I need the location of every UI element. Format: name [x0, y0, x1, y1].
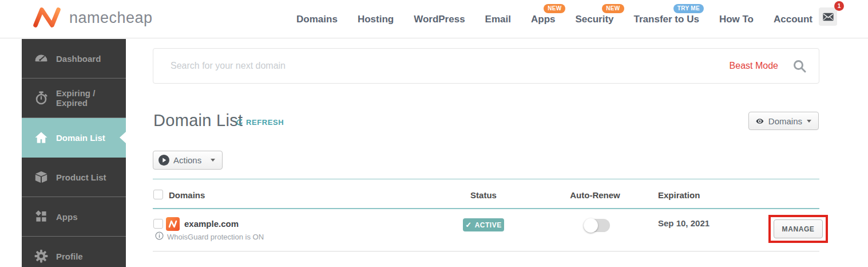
check-icon	[465, 221, 471, 229]
expiration-date: Sep 10, 2021	[658, 218, 710, 228]
messages-count-badge: 1	[834, 1, 844, 11]
sidebar-item-expiring-expired[interactable]: Expiring / Expired	[22, 78, 126, 118]
page-title: Domain List	[153, 111, 243, 130]
play-circle-icon	[158, 155, 169, 166]
sidebar-item-label: Expiring / Expired	[56, 88, 126, 108]
sidebar-item-profile[interactable]: Profile	[22, 237, 126, 267]
gauge-icon	[34, 51, 49, 66]
manage-highlight-annotation: MANAGE	[768, 215, 828, 243]
chevron-down-icon	[211, 159, 215, 162]
namecheap-n-icon	[31, 7, 62, 29]
sidebar-item-label: Profile	[56, 252, 83, 261]
namecheap-favicon-icon	[166, 217, 180, 231]
search-icon[interactable]	[793, 60, 806, 73]
actions-dropdown[interactable]: Actions	[153, 151, 223, 170]
sidebar-item-label: Apps	[56, 212, 78, 222]
chevron-down-icon	[807, 120, 811, 123]
top-navigation: Domains Hosting WordPress Email AppsNEW …	[296, 0, 812, 38]
try-me-badge: TRY ME	[673, 4, 704, 13]
select-all-checkbox[interactable]	[153, 190, 163, 199]
view-filter-dropdown[interactable]: Domains	[748, 112, 819, 130]
info-icon	[155, 231, 164, 240]
column-header-status: Status	[446, 190, 521, 200]
whoisguard-note: WhoisGuard protection is ON	[167, 233, 264, 241]
brand-name: namecheap	[69, 9, 153, 27]
table-top-divider	[153, 179, 819, 179]
active-item-notch	[120, 132, 126, 143]
nav-hosting[interactable]: Hosting	[358, 14, 394, 25]
new-badge: NEW	[602, 4, 624, 13]
envelope-icon	[823, 13, 834, 21]
domain-search-input[interactable]	[153, 49, 730, 83]
view-filter-label: Domains	[768, 116, 802, 126]
toggle-knob	[584, 218, 598, 233]
manage-button[interactable]: MANAGE	[774, 219, 823, 238]
sidebar-item-label: Dashboard	[56, 54, 101, 64]
sidebar-item-label: Domain List	[56, 133, 105, 143]
sidebar-item-apps[interactable]: Apps	[22, 197, 126, 237]
status-label: ACTIVE	[475, 221, 502, 229]
gear-icon	[34, 249, 49, 264]
column-header-domains: Domains	[169, 190, 205, 200]
nav-domains[interactable]: Domains	[296, 14, 338, 25]
messages-button[interactable]	[819, 7, 837, 26]
namecheap-domain-list-page: namecheap Domains Hosting WordPress Emai…	[0, 0, 868, 267]
status-badge: ACTIVE	[463, 218, 504, 231]
eye-icon	[756, 117, 764, 125]
left-sidebar: Dashboard Expiring / Expired Domain	[22, 39, 126, 267]
table-header-divider	[153, 208, 819, 209]
nav-security[interactable]: SecurityNEW	[575, 14, 613, 25]
table-row-divider	[153, 251, 819, 252]
sidebar-item-product-list[interactable]: Product List	[22, 158, 126, 197]
auto-renew-toggle[interactable]	[584, 219, 610, 232]
namecheap-logo[interactable]: namecheap	[31, 7, 153, 29]
nav-transfer-to-us[interactable]: Transfer to UsTRY ME	[634, 14, 699, 25]
top-header: namecheap Domains Hosting WordPress Emai…	[0, 0, 868, 38]
refresh-label: REFRESH	[246, 118, 284, 127]
nav-email[interactable]: Email	[485, 14, 511, 25]
domain-name[interactable]: example.com	[184, 219, 239, 229]
domain-search-box: Beast Mode	[153, 48, 819, 84]
column-header-expiration: Expiration	[658, 190, 700, 200]
beast-mode-toggle[interactable]: Beast Mode	[730, 61, 778, 71]
new-badge: NEW	[544, 4, 565, 13]
refresh-icon	[236, 119, 243, 126]
row-checkbox[interactable]	[153, 219, 163, 229]
apps-grid-icon	[34, 210, 49, 223]
home-icon	[34, 130, 49, 145]
actions-label: Actions	[173, 155, 201, 165]
nav-apps[interactable]: AppsNEW	[531, 14, 556, 25]
refresh-link[interactable]: REFRESH	[236, 118, 284, 127]
column-header-auto-renew: Auto-Renew	[558, 190, 632, 200]
nav-how-to[interactable]: How To	[719, 14, 754, 25]
box-icon	[34, 170, 49, 184]
sidebar-item-label: Product List	[56, 172, 106, 182]
stopwatch-icon	[34, 91, 49, 105]
nav-wordpress[interactable]: WordPress	[414, 14, 465, 25]
nav-account[interactable]: Account	[774, 14, 812, 25]
sidebar-item-domain-list[interactable]: Domain List	[22, 118, 126, 158]
sidebar-item-dashboard[interactable]: Dashboard	[22, 39, 126, 78]
